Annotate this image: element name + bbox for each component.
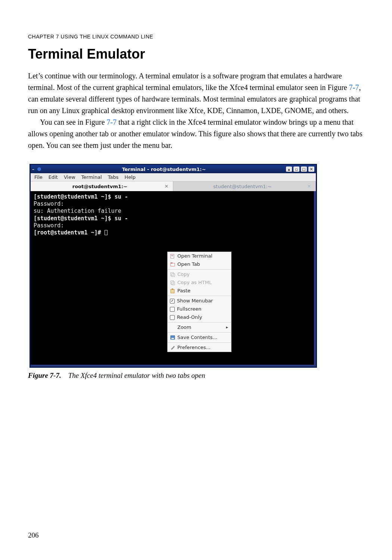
terminal-line: Password: — [34, 222, 64, 229]
submenu-arrow-icon: ▸ — [226, 325, 228, 330]
ctx-item-zoom[interactable]: Zoom▸ — [168, 323, 231, 332]
terminal-line: su: Authentication failure — [34, 208, 121, 214]
menu-separator — [168, 332, 231, 333]
ctx-item-open-tab[interactable]: Open Tab — [168, 260, 231, 268]
roll-up-button[interactable]: ▴ — [286, 167, 292, 172]
tab-label: student@studentvm1:~ — [178, 184, 307, 189]
ctx-item-read-only[interactable]: Read-Only — [168, 313, 231, 321]
tab-close-icon[interactable]: ✕ — [307, 184, 311, 189]
ctx-label: Read-Only — [177, 314, 202, 321]
menu-edit[interactable]: Edit — [49, 174, 58, 180]
ctx-label: Zoom — [177, 324, 191, 331]
checkbox-icon — [170, 307, 175, 312]
window-title: Terminal - root@studentvm1:~ — [43, 167, 285, 172]
window-titlebar[interactable]: – Terminal - root@studentvm1:~ ▴ ▫ ◻ ✕ — [31, 165, 316, 173]
menu-view[interactable]: View — [64, 174, 75, 180]
terminal-line: [root@studentvm1 ~]# — [34, 229, 105, 236]
ctx-label: Preferences... — [177, 345, 211, 351]
menu-separator — [168, 342, 231, 343]
figure-ref-link[interactable]: 7-7 — [107, 118, 117, 126]
para2-text-a: You can see in Figure — [40, 118, 107, 126]
ctx-item-show-menubar[interactable]: Show Menubar — [168, 297, 231, 305]
svg-rect-10 — [172, 289, 173, 290]
ctx-label: Copy — [177, 271, 190, 278]
tab-root[interactable]: root@studentvm1:~ ✕ — [31, 181, 173, 191]
svg-rect-5 — [171, 273, 174, 276]
copy-icon — [170, 272, 175, 277]
spacer — [170, 325, 175, 330]
ctx-label: Show Menubar — [177, 298, 213, 304]
menu-file[interactable]: File — [34, 174, 43, 180]
ctx-label: Copy as HTML — [177, 280, 212, 286]
ctx-item-preferences-[interactable]: Preferences... — [168, 343, 231, 352]
svg-rect-4 — [171, 262, 172, 264]
figure-7-7: – Terminal - root@studentvm1:~ ▴ ▫ ◻ ✕ F… — [28, 164, 364, 380]
ctx-item-open-terminal[interactable]: Open Terminal — [168, 252, 231, 260]
checkbox-icon — [170, 299, 175, 304]
figure-ref-link[interactable]: 7-7 — [349, 83, 359, 91]
svg-rect-6 — [172, 274, 175, 277]
svg-rect-2 — [171, 256, 173, 256]
figure-caption: Figure 7-7. The Xfce4 terminal emulator … — [28, 371, 364, 380]
menubar: File Edit View Terminal Tabs Help — [31, 173, 316, 181]
body-paragraph-2: You can see in Figure 7-7 that a right c… — [28, 116, 364, 151]
checkbox-icon — [170, 315, 175, 320]
terminal-line: [student@studentvm1 ~]$ su - — [34, 215, 128, 222]
svg-rect-3 — [171, 263, 175, 266]
svg-rect-7 — [171, 281, 174, 284]
terminal-line: Password: — [34, 200, 64, 207]
context-menu: Open TerminalOpen TabCopyCopy as HTMLPas… — [167, 252, 231, 352]
pref-icon — [170, 345, 175, 350]
ctx-label: Fullscreen — [177, 306, 201, 312]
body-paragraph-1: Let’s continue with our terminology. A t… — [28, 70, 364, 116]
menu-separator — [168, 269, 231, 270]
ctx-label: Open Terminal — [177, 253, 212, 259]
svg-rect-9 — [171, 289, 174, 293]
svg-rect-0 — [171, 254, 174, 258]
terminal-body[interactable]: [student@studentvm1 ~]$ su - Password: s… — [31, 191, 316, 367]
window-menu-icon[interactable]: – — [31, 167, 36, 172]
svg-rect-1 — [171, 255, 173, 255]
tab-icon — [170, 262, 175, 267]
ctx-item-paste[interactable]: Paste — [168, 287, 231, 295]
menu-separator — [168, 322, 231, 323]
terminal-window: – Terminal - root@studentvm1:~ ▴ ▫ ◻ ✕ F… — [29, 164, 317, 368]
ctx-item-copy-as-html: Copy as HTML — [168, 279, 231, 287]
text-cursor — [105, 230, 108, 235]
ctx-item-copy: Copy — [168, 270, 231, 279]
tab-student[interactable]: student@studentvm1:~ ✕ — [173, 181, 316, 191]
tab-close-icon[interactable]: ✕ — [165, 184, 168, 189]
paste-icon — [170, 288, 175, 293]
ctx-label: Save Contents... — [177, 335, 217, 341]
ctx-item-save-contents-[interactable]: Save Contents... — [168, 333, 231, 342]
maximize-button[interactable]: ◻ — [301, 167, 307, 172]
close-button[interactable]: ✕ — [308, 167, 314, 172]
minimize-button[interactable]: ▫ — [293, 167, 299, 172]
figure-label: Figure 7-7. — [28, 371, 61, 379]
tab-bar: root@studentvm1:~ ✕ student@studentvm1:~… — [31, 181, 316, 191]
ctx-label: Paste — [177, 288, 190, 294]
section-title: Terminal Emulator — [28, 46, 364, 62]
save-icon — [170, 335, 175, 340]
para1-text-a: Let’s continue with our terminology. A t… — [28, 72, 349, 91]
svg-rect-8 — [172, 282, 175, 285]
menu-tabs[interactable]: Tabs — [108, 174, 119, 180]
menu-terminal[interactable]: Terminal — [81, 174, 102, 180]
menu-separator — [168, 296, 231, 296]
figure-caption-text: The Xfce4 terminal emulator with two tab… — [68, 371, 205, 379]
svg-rect-12 — [171, 338, 174, 339]
terminal-line: [student@studentvm1 ~]$ su - — [34, 193, 128, 200]
menu-help[interactable]: Help — [125, 174, 136, 180]
copy-icon — [170, 280, 175, 285]
titlebar-decoration — [37, 167, 41, 171]
doc-icon — [170, 253, 175, 259]
ctx-label: Open Tab — [177, 261, 200, 268]
page-number: 206 — [28, 531, 39, 539]
tab-label: root@studentvm1:~ — [35, 184, 165, 189]
chapter-header: CHAPTER 7 USING THE LINUX COMMAND LINE — [28, 34, 364, 40]
ctx-item-fullscreen[interactable]: Fullscreen — [168, 305, 231, 313]
